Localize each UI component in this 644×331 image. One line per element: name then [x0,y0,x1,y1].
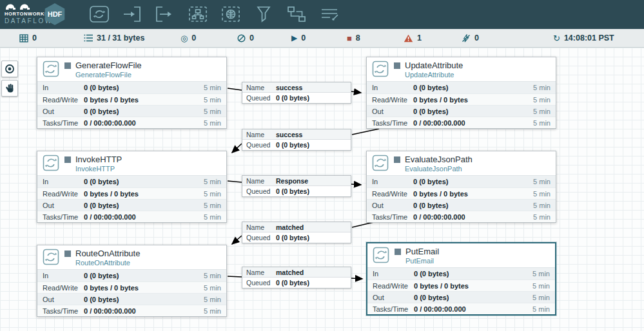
processor-title: UpdateAttribute [405,61,463,70]
processor-node-generateflowfile[interactable]: GenerateFlowFile GenerateFlowFile In0 (0… [37,57,227,129]
stat-window: 5 min [204,84,221,91]
processor-type: UpdateAttribute [405,71,463,79]
stat-value: 0 (0 bytes) [84,108,204,115]
queued-value: 0 (0 bytes) [276,94,309,102]
refresh-time: 14:08:01 PST [564,33,614,43]
processor-header: RouteOnAttribute RouteOnAttribute [37,245,226,269]
stat-window: 5 min [204,96,221,104]
running-status: ▶ 0 [291,29,306,47]
stat-label: Read/Write [372,96,413,104]
stat-value: 0 bytes / 0 bytes [413,96,533,104]
connection-label-success-1[interactable]: Namesuccess Queued0 (0 bytes) [242,82,351,104]
stopped-status: ■ 8 [347,29,360,47]
stat-row-taskstime: Tasks/Time0 / 00:00:00.0005 min [37,117,226,128]
queued-label: Queued [246,94,272,102]
stat-label: In [372,178,413,185]
stat-value: 0 (0 bytes) [414,294,532,301]
stat-window: 5 min [204,284,221,292]
connection-label-success-2[interactable]: Namesuccess Queued0 (0 bytes) [242,129,351,151]
processor-node-putemail[interactable]: PutEmail PutEmail In0 (0 bytes)5 min Rea… [366,242,556,316]
stat-row-in: In0 (0 bytes)5 min [367,268,555,279]
refresh-status[interactable]: ↻ 14:08:01 PST [553,29,614,47]
stat-value: 0 / 00:00:00.000 [413,213,533,221]
processor-node-updateattribute[interactable]: UpdateAttribute UpdateAttribute In0 (0 b… [366,57,556,129]
processor-stamp-icon [373,247,389,263]
stat-row-readwrite: Read/Write0 bytes / 0 bytes5 min [37,93,226,105]
processor-node-evaluatejsonpath[interactable]: EvaluateJsonPath EvaluateJsonPath In0 (0… [366,151,556,223]
input-port-icon[interactable] [121,5,144,24]
processor-titles: GenerateFlowFile GenerateFlowFile [64,61,142,79]
connection-label-matched-2[interactable]: Namematched Queued0 (0 bytes) [242,267,351,288]
processor-stamp-icon [372,155,389,171]
connection-label-matched-1[interactable]: Namematched Queued0 (0 bytes) [242,222,351,243]
brand-line1: HORTONWORKS [5,11,42,17]
processor-type: GenerateFlowFile [75,71,142,79]
invalid-count: 1 [417,33,422,43]
navigate-button[interactable] [1,61,18,77]
stat-value: 0 (0 bytes) [413,108,533,115]
stat-window: 5 min [204,202,221,209]
stat-row-readwrite: Read/Write0 bytes / 0 bytes5 min [37,187,226,199]
stat-row-out: Out0 (0 bytes)5 min [37,293,226,305]
processor-stamp-icon [372,61,389,77]
hortonworks-logo: HORTONWORKS DATAFLOW [5,1,42,24]
remote-process-group-icon[interactable] [219,5,242,24]
output-port-icon[interactable] [153,5,177,24]
active-threads-status: 0 [19,29,37,47]
queued-label: Queued [246,279,272,287]
stat-value: 0 (0 bytes) [414,270,532,278]
processor-title: RouteOnAttribute [75,249,140,258]
stat-window: 5 min [533,213,551,221]
refresh-icon[interactable]: ↻ [553,34,560,43]
stat-value: 0 / 00:00:00.000 [413,119,533,127]
queued-value: 0 (0 bytes) [276,187,309,195]
queued-status: 31 / 31 bytes [84,29,144,47]
stat-value: 0 (0 bytes) [84,178,204,185]
stat-label: In [372,84,413,91]
processor-stats: In0 (0 bytes)5 min Read/Write0 bytes / 0… [37,175,226,222]
stopped-indicator-icon [394,156,400,163]
queued-count: 31 / 31 bytes [97,33,144,43]
stat-row-taskstime: Tasks/Time0 / 00:00:00.0005 min [367,303,555,314]
operate-button[interactable] [1,80,18,97]
processor-titles: PutEmail PutEmail [395,247,439,265]
stopped-count: 8 [356,33,360,43]
process-group-icon[interactable] [186,5,210,24]
label-icon[interactable] [318,5,341,24]
stat-row-out: Out0 (0 bytes)5 min [367,105,556,117]
stat-label: Read/Write [43,190,84,198]
stat-value: 0 (0 bytes) [84,272,204,279]
stat-window: 5 min [204,296,221,303]
stat-row-readwrite: Read/Write0 bytes / 0 bytes5 min [367,93,556,105]
threads-grid-icon [19,34,28,43]
stat-window: 5 min [532,282,550,290]
stat-label: In [43,178,84,185]
processor-icon[interactable] [88,5,111,24]
navigate-target-icon [5,64,15,74]
flow-canvas[interactable]: GenerateFlowFile GenerateFlowFile In0 (0… [0,48,644,331]
processor-titles: InvokeHTTP InvokeHTTP [64,155,122,173]
queued-label: Queued [246,234,272,241]
funnel-icon[interactable] [252,5,275,24]
stat-label: Out [43,202,84,209]
name-value: Response [276,177,308,185]
name-label: Name [246,223,272,231]
flow-status-bar: 0 31 / 31 bytes ◎ 0 0 ▶ 0 ■ 8 1 0 ↻ 14:0… [0,29,644,48]
processor-header: EvaluateJsonPath EvaluateJsonPath [367,151,556,175]
connection-label-response[interactable]: NameResponse Queued0 (0 bytes) [242,175,351,197]
stat-window: 5 min [533,96,551,104]
processor-node-routeonattribute[interactable]: RouteOnAttribute RouteOnAttribute In0 (0… [37,245,227,317]
connection-name-row: Namematched [242,222,351,232]
template-icon[interactable] [285,5,308,24]
name-label: Name [246,177,272,185]
name-value: matched [276,223,304,231]
processor-title: InvokeHTTP [75,155,122,164]
stat-window: 5 min [204,178,221,185]
processor-node-invokehttp[interactable]: InvokeHTTP InvokeHTTP In0 (0 bytes)5 min… [37,151,227,223]
stat-label: Read/Write [372,190,413,198]
stat-value: 0 / 00:00:00.000 [414,305,532,313]
stat-label: Tasks/Time [43,119,84,127]
stat-label: Tasks/Time [372,213,413,221]
stat-window: 5 min [204,190,221,198]
processor-titles: RouteOnAttribute RouteOnAttribute [64,249,140,267]
